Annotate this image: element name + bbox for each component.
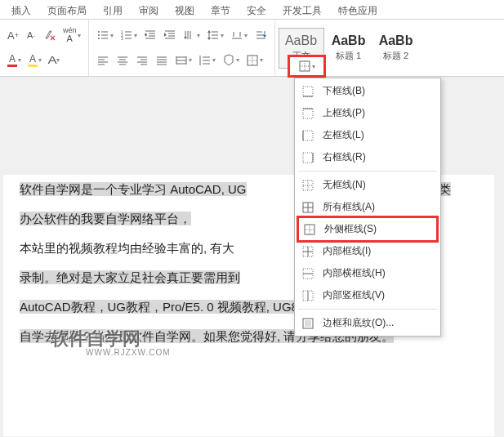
style-label: 标题 2: [383, 50, 408, 62]
tab-special[interactable]: 特色应用: [330, 2, 386, 19]
doc-text[interactable]: 软件自学网是一个专业学习 AutoCAD, UG: [20, 182, 247, 196]
tab-chapter[interactable]: 章节: [203, 2, 239, 19]
increase-font-button[interactable]: A+: [5, 26, 21, 44]
doc-text[interactable]: 办公软件的我要自学网络平台，: [20, 212, 191, 225]
border-all-icon: [301, 201, 314, 214]
tab-view[interactable]: 视图: [167, 2, 203, 19]
numbering-button[interactable]: 123▾: [118, 26, 140, 44]
svg-text:3: 3: [121, 36, 123, 41]
align-justify-button[interactable]: [153, 51, 171, 69]
menu-label: 右框线(R): [323, 150, 366, 164]
ribbon: A+ A- wénA▾ A▾ A▾ A▾ ▾ 123▾ ▾ ▾ ▾ ▾: [0, 20, 504, 77]
border-none-item[interactable]: 无框线(N): [295, 174, 440, 196]
font-group: A+ A- wénA▾ A▾ A▾ A▾: [0, 20, 89, 76]
decrease-indent-button[interactable]: [141, 26, 159, 44]
ribbon-tabs: 插入 页面布局 引用 审阅 视图 章节 安全 开发工具 特色应用: [0, 0, 504, 20]
doc-text[interactable]: 本站里的视频教程均由经验丰富的, 有大: [20, 241, 234, 255]
style-preview: AaBb: [332, 33, 366, 48]
border-right-item[interactable]: 右框线(R): [295, 146, 440, 168]
style-preview: AaBb: [285, 33, 317, 48]
tab-review[interactable]: 审阅: [131, 2, 167, 19]
style-heading2[interactable]: AaBb 标题 2: [373, 28, 419, 69]
border-inside-v-icon: [301, 289, 314, 302]
border-inside-icon: [301, 245, 314, 258]
border-inside-vertical-item[interactable]: 内部竖框线(V): [295, 284, 440, 306]
borders-button-highlight[interactable]: ▾: [288, 55, 326, 78]
border-all-item[interactable]: 所有框线(A): [295, 196, 440, 218]
chevron-down-icon: ▾: [312, 63, 315, 70]
shading-button[interactable]: ▾: [220, 51, 242, 69]
svg-rect-10: [303, 131, 313, 140]
tab-stop-button[interactable]: ▾: [228, 26, 250, 44]
menu-label: 上框线(P): [323, 106, 365, 120]
increase-indent-button[interactable]: [161, 26, 179, 44]
doc-text[interactable]: 录制。绝对是大家立足社会真正要需用到: [20, 270, 240, 284]
menu-label: 边框和底纹(O)...: [323, 316, 394, 330]
align-center-button[interactable]: [114, 51, 132, 69]
border-left-item[interactable]: 左框线(L): [295, 124, 440, 146]
borders-button[interactable]: ▾: [243, 51, 265, 69]
border-top-icon: [301, 107, 314, 120]
paragraph-spacing-button[interactable]: ▾: [196, 51, 218, 69]
borders-dropdown: 下框线(B) 上框线(P) 左框线(L) 右框线(R) 无框线(N) 所有框线(…: [294, 78, 441, 337]
style-preview: AaBb: [379, 33, 413, 48]
style-label: 标题 1: [336, 50, 361, 62]
menu-label: 所有框线(A): [323, 200, 375, 214]
border-inside-h-icon: [301, 267, 314, 280]
tab-page-layout[interactable]: 页面布局: [39, 2, 95, 19]
text-direction-button[interactable]: ▾: [181, 26, 203, 44]
border-outside-icon: [303, 223, 316, 236]
menu-separator: [298, 171, 437, 172]
borders-and-shading-item[interactable]: 边框和底纹(O)...: [295, 312, 440, 334]
align-right-button[interactable]: [133, 51, 151, 69]
border-top-item[interactable]: 上框线(P): [295, 102, 440, 124]
menu-label: 左框线(L): [323, 128, 364, 142]
paragraph-group: ▾ 123▾ ▾ ▾ ▾ ▾ ▾ ▾ ▾: [89, 20, 275, 76]
border-none-icon: [301, 179, 314, 192]
distributed-align-button[interactable]: ▾: [172, 51, 194, 69]
border-bottom-item[interactable]: 下框线(B): [295, 80, 440, 102]
svg-rect-8: [303, 87, 313, 96]
font-color-button[interactable]: A▾: [5, 51, 24, 69]
menu-label: 外侧框线(S): [324, 222, 377, 236]
highlight-button[interactable]: A▾: [25, 51, 44, 69]
bullets-button[interactable]: ▾: [94, 26, 116, 44]
svg-rect-19: [305, 320, 311, 327]
tab-references[interactable]: 引用: [95, 2, 131, 19]
tab-developer[interactable]: 开发工具: [274, 2, 330, 19]
menu-label: 内部横框线(H): [323, 266, 386, 280]
align-left-button[interactable]: [94, 51, 112, 69]
tab-security[interactable]: 安全: [239, 2, 274, 19]
menu-label: 无框线(N): [323, 178, 366, 192]
menu-label: 内部框线(I): [323, 244, 371, 258]
style-heading1[interactable]: AaBb 标题 1: [326, 28, 372, 69]
border-inside-horizontal-item[interactable]: 内部横框线(H): [295, 262, 440, 284]
border-left-icon: [301, 129, 314, 142]
svg-point-0: [98, 31, 100, 33]
menu-label: 内部竖框线(V): [323, 288, 385, 302]
border-inside-item[interactable]: 内部框线(I): [295, 240, 440, 262]
border-right-icon: [301, 151, 314, 164]
menu-separator: [298, 309, 437, 310]
sort-button[interactable]: [252, 26, 270, 44]
svg-point-2: [98, 38, 100, 39]
menu-label: 下框线(B): [323, 84, 365, 98]
svg-point-1: [98, 34, 100, 36]
character-scaling-button[interactable]: A▾: [46, 51, 62, 69]
border-outside-item[interactable]: 外侧框线(S): [297, 216, 439, 243]
decrease-font-button[interactable]: A-: [23, 26, 39, 44]
svg-rect-11: [303, 153, 313, 163]
clear-formatting-button[interactable]: [41, 26, 59, 44]
phonetic-guide-button[interactable]: wénA▾: [60, 26, 83, 44]
tab-insert[interactable]: 插入: [3, 2, 39, 19]
line-spacing-button[interactable]: ▾: [204, 26, 226, 44]
border-bottom-icon: [301, 85, 314, 98]
borders-shading-icon: [301, 317, 314, 330]
svg-rect-9: [303, 109, 313, 118]
